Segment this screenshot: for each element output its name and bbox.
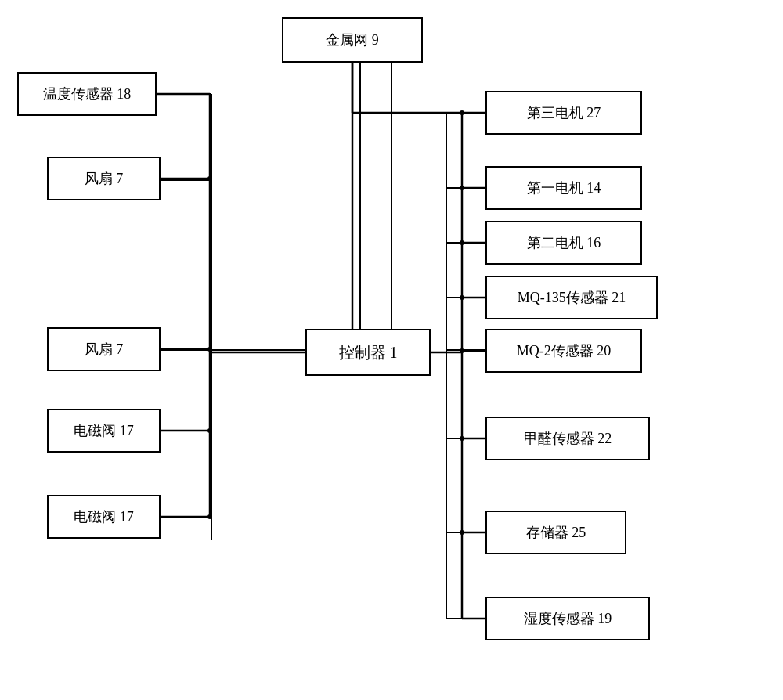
- svg-point-49: [460, 186, 464, 190]
- svg-point-51: [460, 295, 464, 300]
- svg-point-53: [460, 436, 464, 441]
- svg-point-48: [460, 110, 464, 115]
- solenoid2-box: 电磁阀 17: [47, 495, 161, 539]
- motor1-box: 第一电机 14: [485, 166, 642, 210]
- motor2-box: 第二电机 16: [485, 221, 642, 265]
- temp-sensor-box: 温度传感器 18: [17, 72, 157, 116]
- svg-point-47: [207, 514, 212, 519]
- svg-point-45: [207, 347, 212, 352]
- formaldehyde-box: 甲醛传感器 22: [485, 417, 650, 460]
- mq2-box: MQ-2传感器 20: [485, 329, 642, 373]
- fan2-box: 风扇 7: [47, 327, 161, 371]
- diagram-container: 金属网 9 温度传感器 18 风扇 7 风扇 7 电磁阀 17 电磁阀 17 控…: [0, 0, 783, 700]
- svg-point-52: [460, 348, 464, 353]
- svg-point-46: [207, 428, 212, 433]
- svg-point-44: [207, 176, 212, 181]
- svg-point-50: [460, 240, 464, 245]
- svg-point-54: [460, 530, 464, 535]
- metal-net-box: 金属网 9: [282, 17, 423, 63]
- fan1-box: 风扇 7: [47, 157, 161, 200]
- storage-box: 存储器 25: [485, 511, 626, 554]
- controller-box: 控制器 1: [305, 329, 431, 376]
- humidity-box: 湿度传感器 19: [485, 597, 650, 640]
- solenoid1-box: 电磁阀 17: [47, 409, 161, 453]
- motor3-box: 第三电机 27: [485, 91, 642, 135]
- mq135-box: MQ-135传感器 21: [485, 276, 658, 319]
